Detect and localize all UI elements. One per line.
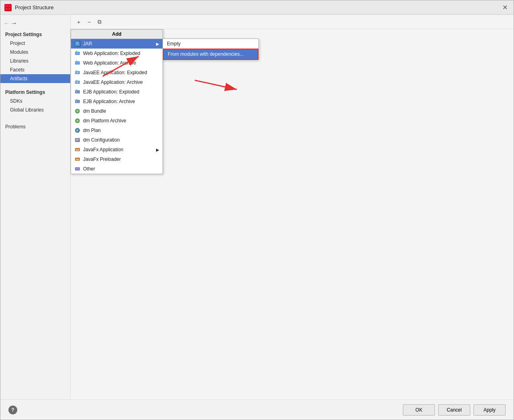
web-exploded-icon: [74, 50, 81, 57]
project-settings-header: Project Settings: [0, 28, 70, 39]
svg-text:FX: FX: [76, 149, 79, 151]
menu-item-javaee-archive[interactable]: JavaEE Application: Archive: [71, 77, 163, 87]
sidebar-item-problems[interactable]: Problems: [0, 122, 70, 131]
svg-rect-44: [78, 168, 79, 169]
platform-settings-header: Platform Settings: [0, 86, 70, 97]
svg-text:FX: FX: [76, 158, 79, 161]
artifacts-panel: Add JAR ▶: [71, 29, 514, 400]
app-icon: [4, 4, 12, 11]
svg-rect-3: [8, 8, 10, 10]
svg-rect-23: [75, 100, 80, 103]
menu-item-other[interactable]: Other: [71, 164, 163, 174]
dm-plan-icon: P: [74, 127, 81, 134]
svg-rect-6: [76, 43, 79, 44]
add-button[interactable]: +: [74, 17, 83, 27]
apply-button[interactable]: Apply: [473, 404, 506, 416]
sidebar-item-artifacts[interactable]: Artifacts: [0, 74, 70, 83]
javafx-app-icon: FX: [74, 146, 81, 153]
sidebar: ← → Project Settings Project Modules Lib…: [0, 15, 71, 400]
project-structure-dialog: Project Structure ✕ ← → Project Settings…: [0, 0, 514, 420]
javafx-submenu-arrow: ▶: [156, 148, 159, 152]
menu-item-dm-platform-archive[interactable]: dm Platform Archive: [71, 116, 163, 126]
svg-rect-36: [76, 140, 79, 140]
svg-rect-12: [76, 61, 77, 62]
svg-rect-0: [6, 5, 8, 7]
footer-right: OK Cancel Apply: [403, 404, 506, 416]
jar-icon: [74, 41, 81, 47]
menu-item-javaee-exploded[interactable]: JavaEE Application: Exploded: [71, 68, 163, 77]
cancel-button[interactable]: Cancel: [438, 404, 470, 416]
add-menu-header: Add: [71, 30, 163, 39]
jar-submenu-arrow: ▶: [156, 42, 159, 46]
svg-rect-42: [75, 167, 80, 170]
sidebar-item-modules[interactable]: Modules: [0, 48, 70, 57]
web-archive-icon: [74, 60, 81, 66]
jar-submenu: Empty From modules with dependencies...: [163, 39, 259, 60]
title-bar-left: Project Structure: [4, 4, 54, 11]
svg-rect-18: [76, 80, 77, 81]
svg-rect-22: [76, 91, 77, 93]
svg-point-19: [77, 81, 78, 83]
svg-text:P: P: [77, 129, 79, 132]
svg-rect-35: [76, 139, 79, 139]
svg-rect-2: [6, 8, 8, 10]
other-icon: [74, 166, 81, 172]
svg-rect-20: [75, 90, 80, 93]
help-button[interactable]: ?: [8, 406, 17, 414]
dm-config-icon: [74, 137, 81, 143]
sidebar-item-sdks[interactable]: SDKs: [0, 97, 70, 106]
svg-rect-9: [76, 51, 77, 52]
menu-item-dm-bundle[interactable]: dm Bundle: [71, 106, 163, 116]
javaee-archive-icon: [74, 79, 81, 85]
menu-item-web-archive[interactable]: Web Application: Archive: [71, 58, 163, 68]
sidebar-item-libraries[interactable]: Libraries: [0, 57, 70, 65]
svg-rect-21: [76, 89, 77, 91]
close-button[interactable]: ✕: [500, 3, 510, 12]
menu-item-web-exploded[interactable]: Web Application: Exploded: [71, 49, 163, 58]
menu-item-ejb-archive[interactable]: EJB Application: Archive: [71, 97, 163, 106]
svg-rect-13: [76, 63, 79, 63]
menu-item-javafx-application[interactable]: FX JavaFx Application ▶: [71, 145, 163, 154]
svg-rect-5: [76, 42, 79, 43]
sidebar-item-facets[interactable]: Facets: [0, 65, 70, 74]
svg-point-16: [77, 72, 78, 73]
footer-left: ?: [8, 406, 17, 414]
svg-rect-7: [76, 44, 79, 45]
submenu-item-from-modules[interactable]: From modules with dependencies...: [163, 49, 258, 60]
menu-item-dm-configuration[interactable]: dm Configuration: [71, 135, 163, 145]
remove-button[interactable]: −: [84, 17, 94, 27]
window-title: Project Structure: [15, 4, 54, 10]
svg-rect-25: [76, 101, 77, 102]
submenu-item-empty[interactable]: Empty: [163, 39, 258, 49]
add-dropdown-menu: Add JAR ▶: [71, 29, 163, 174]
ejb-exploded-icon: [74, 89, 81, 95]
footer: ? OK Cancel Apply: [0, 400, 514, 420]
svg-rect-1: [8, 5, 10, 7]
javafx-preloader-icon: FX: [74, 156, 81, 162]
ejb-archive-icon: [74, 98, 81, 105]
main-content: + − ⧉ Add: [71, 15, 514, 400]
javaee-exploded-icon: [74, 69, 81, 76]
menu-item-dm-plan[interactable]: P dm Plan: [71, 126, 163, 135]
svg-rect-15: [76, 70, 77, 71]
svg-point-28: [77, 111, 78, 112]
ok-button[interactable]: OK: [403, 404, 435, 416]
dm-bundle-icon: [74, 108, 81, 114]
forward-button[interactable]: →: [11, 20, 17, 27]
sidebar-item-global-libraries[interactable]: Global Libraries: [0, 106, 70, 114]
back-button[interactable]: ←: [4, 20, 10, 27]
dm-platform-archive-icon: [74, 118, 81, 124]
svg-rect-10: [76, 53, 79, 53]
menu-item-jar[interactable]: JAR ▶ Empty From modules with dependenci…: [71, 39, 163, 49]
svg-rect-43: [76, 168, 77, 169]
title-bar: Project Structure ✕: [0, 0, 514, 15]
menu-item-javafx-preloader[interactable]: FX JavaFx Preloader: [71, 154, 163, 164]
svg-rect-37: [76, 140, 78, 141]
sidebar-item-project[interactable]: Project: [0, 39, 70, 48]
nav-toolbar: ← →: [0, 18, 70, 28]
content-area: ← → Project Settings Project Modules Lib…: [0, 15, 514, 400]
artifacts-toolbar: + − ⧉: [71, 15, 514, 29]
svg-point-31: [77, 120, 78, 122]
copy-button[interactable]: ⧉: [95, 17, 104, 27]
menu-item-ejb-exploded[interactable]: EJB Application: Exploded: [71, 87, 163, 97]
